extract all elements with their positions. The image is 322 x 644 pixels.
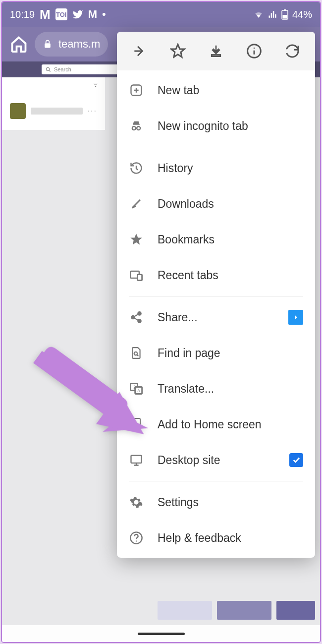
nav-handle[interactable] xyxy=(2,625,320,642)
menu-label: New tab xyxy=(158,84,199,97)
menu-label: Settings xyxy=(158,496,199,509)
battery-percent: 44% xyxy=(292,9,312,20)
recent-tabs-icon xyxy=(129,268,144,283)
menu-label: Downloads xyxy=(158,197,214,211)
svg-text:文: 文 xyxy=(133,385,137,390)
notification-icons: M TOI M • xyxy=(40,7,106,22)
svg-point-25 xyxy=(136,428,137,430)
svg-point-4 xyxy=(46,67,49,70)
notif-icon-2: TOI xyxy=(55,8,67,20)
svg-point-11 xyxy=(137,126,140,130)
desktop-icon xyxy=(129,453,144,468)
menu-incognito[interactable]: New incognito tab xyxy=(117,108,315,144)
status-time: 10:19 xyxy=(10,9,35,20)
notif-icon-1: M xyxy=(40,7,51,22)
url-text: teams.m xyxy=(58,38,100,51)
forward-button[interactable] xyxy=(131,42,149,60)
chrome-menu: New tab New incognito tab History Downlo… xyxy=(117,32,315,558)
teams-sidebar: ··· xyxy=(2,77,105,130)
svg-rect-5 xyxy=(212,55,220,57)
menu-new-tab[interactable]: New tab xyxy=(117,72,315,108)
incognito-icon xyxy=(129,118,144,133)
new-tab-icon xyxy=(129,83,144,98)
svg-point-15 xyxy=(138,312,141,315)
info-button[interactable] xyxy=(245,42,263,60)
menu-bookmarks[interactable]: Bookmarks xyxy=(117,222,315,257)
svg-point-28 xyxy=(136,540,137,541)
android-statusbar: 10:19 M TOI M • 44% xyxy=(2,2,320,27)
share-app-icon xyxy=(288,310,303,325)
notif-more-icon: • xyxy=(102,8,106,21)
menu-separator xyxy=(129,296,303,296)
find-icon xyxy=(129,346,144,360)
menu-label: Help & feedback xyxy=(158,531,241,545)
svg-rect-2 xyxy=(282,15,287,19)
menu-history[interactable]: History xyxy=(117,150,315,186)
menu-label: New incognito tab xyxy=(158,119,248,133)
menu-toolbar xyxy=(117,32,315,70)
history-icon xyxy=(129,161,144,176)
menu-separator xyxy=(129,147,303,147)
bookmark-button[interactable] xyxy=(169,42,187,60)
menu-label: Recent tabs xyxy=(158,269,218,282)
svg-rect-1 xyxy=(284,9,286,11)
menu-label: Find in page xyxy=(158,347,220,360)
menu-desktop-site[interactable]: Desktop site xyxy=(117,442,315,478)
gear-icon xyxy=(129,495,144,510)
menu-find-in-page[interactable]: Find in page xyxy=(117,335,315,371)
blurred-thumbnails xyxy=(2,595,320,625)
menu-label: Add to Home screen xyxy=(158,418,262,431)
download-button[interactable] xyxy=(207,42,225,60)
svg-text:A: A xyxy=(137,389,140,393)
lock-icon xyxy=(43,39,53,49)
menu-help-feedback[interactable]: Help & feedback xyxy=(117,520,315,556)
wifi-icon xyxy=(254,9,264,19)
menu-translate[interactable]: 文A Translate... xyxy=(117,371,315,407)
signal-icon xyxy=(268,9,277,19)
menu-label: Bookmarks xyxy=(158,233,215,246)
svg-point-8 xyxy=(253,48,255,49)
home-icon[interactable] xyxy=(10,35,28,53)
svg-point-16 xyxy=(131,316,135,319)
downloads-icon xyxy=(129,196,144,211)
help-icon xyxy=(129,530,144,545)
menu-label: Desktop site xyxy=(158,454,220,467)
url-field[interactable]: teams.m xyxy=(35,32,108,57)
menu-separator xyxy=(129,481,303,481)
svg-rect-13 xyxy=(137,275,142,281)
reload-button[interactable] xyxy=(283,42,301,60)
blurred-item: ··· xyxy=(2,96,105,126)
twitter-icon xyxy=(72,9,83,20)
svg-point-18 xyxy=(134,352,138,355)
menu-label: History xyxy=(158,162,193,175)
svg-rect-3 xyxy=(45,43,51,48)
menu-add-to-home[interactable]: Add to Home screen xyxy=(117,407,315,442)
menu-label: Share... xyxy=(158,311,198,324)
filter-icon[interactable] xyxy=(92,81,99,88)
search-icon xyxy=(46,67,51,72)
search-placeholder: Search xyxy=(54,66,71,72)
share-icon xyxy=(129,310,144,325)
add-home-icon xyxy=(129,417,144,432)
translate-icon: 文A xyxy=(129,381,144,396)
svg-point-10 xyxy=(132,126,136,130)
menu-recent-tabs[interactable]: Recent tabs xyxy=(117,257,315,293)
svg-point-17 xyxy=(138,319,141,323)
menu-label: Translate... xyxy=(158,382,214,396)
gmail-icon: M xyxy=(88,8,97,21)
menu-settings[interactable]: Settings xyxy=(117,484,315,520)
menu-share[interactable]: Share... xyxy=(117,299,315,335)
bookmarks-icon xyxy=(129,232,144,247)
desktop-checkbox[interactable] xyxy=(289,453,303,467)
menu-downloads[interactable]: Downloads xyxy=(117,186,315,222)
svg-rect-26 xyxy=(131,456,142,463)
battery-icon xyxy=(281,9,288,20)
